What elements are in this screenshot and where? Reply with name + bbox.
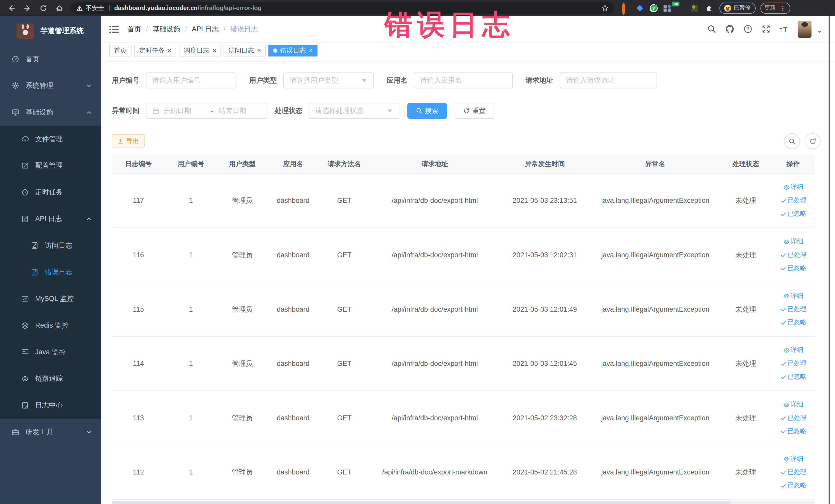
collapse-sidebar-icon[interactable]	[109, 25, 119, 33]
tab-close-icon[interactable]: ×	[257, 47, 261, 54]
breadcrumb-separator: /	[224, 25, 226, 33]
update-label: 更新	[765, 4, 776, 12]
tab-调度日志[interactable]: 调度日志×	[179, 45, 221, 57]
browser-menu-icon[interactable]	[779, 5, 786, 12]
question-icon[interactable]	[744, 24, 752, 33]
detail-link[interactable]: 详细	[783, 183, 803, 192]
refresh-table-button[interactable]	[805, 133, 821, 149]
sidebar-item-0[interactable]: 首页	[0, 46, 101, 73]
tab-错误日志[interactable]: 错误日志×	[268, 45, 318, 57]
processed-link[interactable]: 已处理	[780, 467, 807, 477]
cell-user_type: 管理员	[217, 467, 268, 477]
request-url-input[interactable]: 请输入请求地址	[559, 73, 657, 88]
eye-icon	[783, 293, 790, 299]
cell-time: 2021-05-03 23:13:51	[500, 197, 590, 205]
sidebar-item-14[interactable]: 研发工具	[0, 419, 101, 445]
sidebar-item-13[interactable]: 日志中心	[0, 392, 101, 419]
search-button[interactable]: 搜索	[407, 103, 447, 119]
ignored-link[interactable]: 已忽略	[780, 427, 807, 436]
sidebar-item-1[interactable]: 系统管理	[0, 73, 101, 99]
ignored-link[interactable]: 已忽略	[780, 264, 807, 273]
cell-status: 未处理	[720, 196, 771, 205]
extension-plant-icon[interactable]	[691, 4, 699, 12]
sidebar-item-11[interactable]: Java 监控	[0, 339, 101, 365]
sidebar-item-8[interactable]: 错误日志	[0, 259, 101, 285]
sidebar-item-4[interactable]: 配置管理	[0, 152, 101, 179]
browser-update-button[interactable]: 更新	[760, 2, 790, 14]
processed-link[interactable]: 已处理	[780, 414, 807, 422]
logo-rabbit-avatar	[16, 23, 34, 39]
sidebar-item-9[interactable]: MySQL 监控	[0, 285, 101, 312]
extension-squares-icon[interactable]	[664, 4, 672, 12]
sidebar-item-3[interactable]: 文件管理	[0, 126, 101, 153]
url-path: /infra/log/api-error-log	[198, 5, 262, 11]
vertical-scrollbar[interactable]	[829, 16, 830, 504]
address-bar[interactable]: 不安全 dashboard.yudao.iocoder.cn/infra/log…	[70, 2, 614, 14]
ignored-link[interactable]: 已忽略	[780, 372, 807, 381]
font-size-icon[interactable]: TT	[779, 24, 789, 33]
avatar-caret-down-icon[interactable]	[817, 29, 822, 35]
extension-blue-gem-icon[interactable]	[636, 4, 644, 12]
sidebar-item-10[interactable]: Redis 监控	[0, 312, 101, 339]
extension-green-letter-icon[interactable]: y	[650, 4, 658, 12]
user-id-input[interactable]: 请输入用户编号	[146, 73, 237, 88]
detail-link[interactable]: 详细	[783, 455, 803, 463]
browser-back-icon[interactable]	[7, 4, 15, 12]
export-button-label: 导出	[126, 137, 139, 146]
search-icon[interactable]	[707, 24, 716, 33]
toggle-search-button[interactable]	[784, 133, 800, 149]
tab-定时任务[interactable]: 定时任务×	[134, 45, 176, 57]
tab-close-icon[interactable]: ×	[212, 47, 217, 54]
breadcrumb-item[interactable]: 首页	[127, 24, 141, 34]
search-icon	[416, 107, 422, 114]
process-status-select[interactable]: 请选择处理状态	[309, 103, 400, 119]
user-type-select[interactable]: 请选择用户类型	[283, 73, 374, 88]
detail-link[interactable]: 详细	[783, 291, 803, 300]
tab-首页[interactable]: 首页	[109, 45, 131, 57]
github-icon[interactable]	[726, 24, 734, 33]
exception-time-range-picker[interactable]: 开始日期 - 结束日期	[146, 103, 267, 119]
cell-user_id: 1	[165, 197, 217, 205]
sidebar-item-6[interactable]: API 日志	[0, 206, 101, 233]
cell-time: 2021-05-02 21:45:28	[500, 468, 590, 476]
tab-close-icon[interactable]: ×	[309, 47, 313, 54]
breadcrumb-item[interactable]: 基础设施	[153, 24, 180, 34]
extension-orange-ring-icon[interactable]	[622, 4, 630, 12]
topbar-actions: TT	[707, 21, 822, 38]
detail-link[interactable]: 详细	[783, 346, 803, 355]
extension-on-badge-icon[interactable]: on	[677, 4, 685, 12]
detail-link[interactable]: 详细	[783, 400, 803, 409]
tab-访问日志[interactable]: 访问日志×	[224, 45, 266, 57]
app-name-input[interactable]: 请输入应用名	[414, 73, 513, 88]
export-button[interactable]: 导出	[112, 134, 145, 148]
app-logo: 芋道管理系统	[0, 16, 101, 46]
processed-link[interactable]: 已处理	[780, 305, 807, 314]
processed-link[interactable]: 已处理	[780, 359, 807, 368]
detail-link[interactable]: 详细	[783, 237, 803, 246]
ignored-link[interactable]: 已忽略	[780, 209, 807, 218]
processed-link[interactable]: 已处理	[780, 196, 807, 205]
browser-reload-icon[interactable]	[40, 4, 47, 12]
extensions-puzzle-icon[interactable]	[705, 4, 713, 12]
paused-extension-badge[interactable]: 已暂停	[719, 2, 755, 14]
ignored-link[interactable]: 已忽略	[780, 481, 807, 490]
browser-home-icon[interactable]	[56, 4, 63, 12]
sidebar-item-7[interactable]: 访问日志	[0, 233, 101, 259]
bookmark-star-icon[interactable]	[601, 4, 609, 12]
breadcrumb-item[interactable]: API 日志	[192, 24, 219, 34]
horizontal-scrollbar[interactable]	[112, 501, 815, 504]
cell-status: 未处理	[720, 250, 771, 260]
tab-close-icon[interactable]: ×	[168, 47, 171, 54]
sidebar-item-2[interactable]: 基础设施	[0, 99, 101, 126]
horizontal-scrollbar-thumb[interactable]	[112, 501, 731, 504]
reset-button[interactable]: 重置	[455, 103, 494, 119]
table-row: 1171管理员dashboardGET/api/infra/db-doc/exp…	[112, 174, 815, 228]
cell-id: 112	[112, 468, 165, 476]
browser-forward-icon[interactable]	[23, 4, 31, 12]
fullscreen-icon[interactable]	[761, 24, 771, 33]
user-avatar[interactable]	[798, 21, 812, 38]
sidebar-item-5[interactable]: 定时任务	[0, 179, 101, 206]
ignored-link[interactable]: 已忽略	[780, 318, 807, 327]
processed-link[interactable]: 已处理	[780, 250, 807, 259]
sidebar-item-12[interactable]: 链路追踪	[0, 365, 101, 392]
